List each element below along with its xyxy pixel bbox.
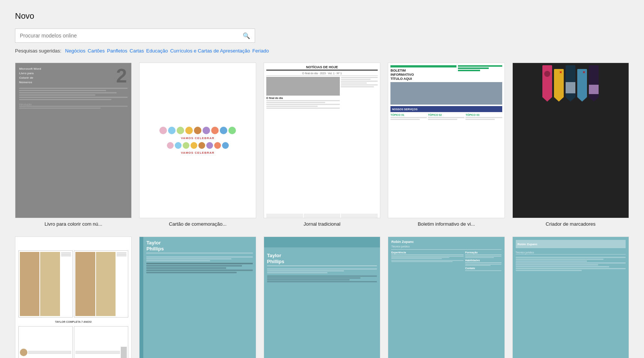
- search-icon: 🔍: [243, 32, 250, 39]
- template-postcard[interactable]: TAYLOR COMPLETA 7 ANOS!: [15, 237, 132, 358]
- templates-grid: Microsoft WordLivro paraColorir deNúmero…: [15, 63, 629, 358]
- template-cover-letter-teal[interactable]: TaylorPhillips Carta de apresentação ele…: [264, 237, 380, 358]
- search-input[interactable]: [15, 33, 238, 39]
- suggested-cartoes[interactable]: Cartões: [88, 48, 105, 54]
- template-label: Jornal tradicional: [303, 221, 340, 228]
- template-cover-letter-white[interactable]: Robin Zupanc Técnico jurídico Carta de a…: [512, 237, 629, 358]
- suggested-cartas[interactable]: Cartas: [130, 48, 144, 54]
- template-resume-teal[interactable]: TaylorPhillips Currículo elegante e limp…: [139, 237, 256, 358]
- template-boletim[interactable]: BOLETIMINFORMATIVOTÍTULO AQUI NOSSOS SER…: [388, 63, 504, 228]
- suggested-educacao[interactable]: Educação: [146, 48, 168, 54]
- suggested-feriado[interactable]: Feriado: [252, 48, 269, 54]
- suggested-panfletos[interactable]: Panfletos: [107, 48, 127, 54]
- suggested-curriculos[interactable]: Currículos e Cartas de Apresentação: [170, 48, 250, 54]
- template-coloring-book[interactable]: Microsoft WordLivro paraColorir deNúmero…: [15, 63, 132, 228]
- suggested-negocios[interactable]: Negócios: [65, 48, 86, 54]
- search-button[interactable]: 🔍: [238, 32, 255, 39]
- suggested-label: Pesquisas sugeridas:: [15, 48, 62, 54]
- template-newspaper[interactable]: NOTÍCIAS DE HOJE O final do dia · 2023 ·…: [264, 63, 380, 228]
- template-bookmarks[interactable]: ✕ ✕: [512, 63, 629, 228]
- template-label: Livro para colorir com nú...: [45, 221, 102, 228]
- template-label: Cartão de comemoração...: [169, 221, 227, 228]
- template-label: Boletim informativo de vi...: [418, 221, 475, 228]
- template-celebration-card[interactable]: VAMOS CELEBRAR VAMOS CELEBRAR Cartão de …: [139, 63, 256, 228]
- page-title: Novo: [15, 11, 629, 21]
- template-resume-impact[interactable]: Robin Zupanc Técnico jurídico Experiênci…: [388, 237, 504, 358]
- suggested-searches: Pesquisas sugeridas: Negócios Cartões Pa…: [15, 48, 629, 54]
- search-bar: 🔍: [15, 28, 255, 43]
- template-label: Criador de marcadores: [546, 221, 596, 228]
